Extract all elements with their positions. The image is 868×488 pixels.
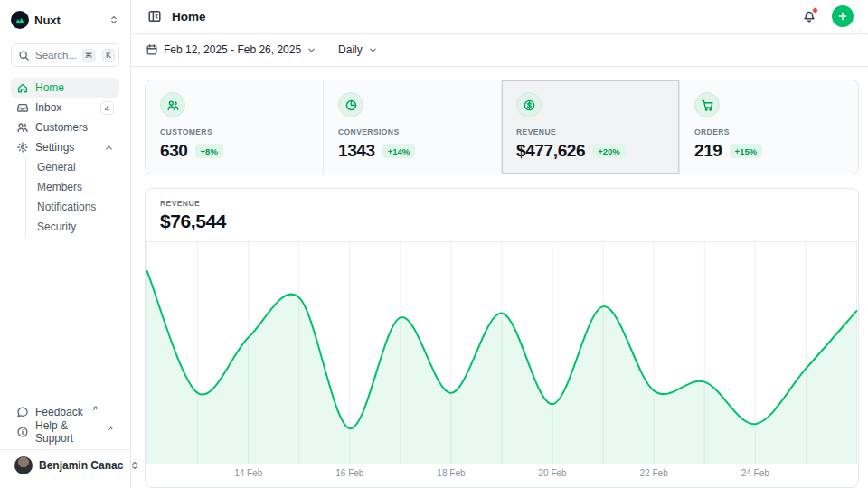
stat-label: ORDERS xyxy=(694,127,844,136)
stat-label: CONVERSIONS xyxy=(338,127,486,136)
stat-label: CUSTOMERS xyxy=(160,127,308,136)
cart-icon xyxy=(694,92,720,117)
sidebar-item-label: Settings xyxy=(35,141,98,154)
stat-value: 1343 xyxy=(338,141,375,161)
sub-item-label: Members xyxy=(37,181,82,193)
sidebar: Nuxt Search... ⌘ K Home xyxy=(0,0,131,488)
stat-delta-badge: +20% xyxy=(592,144,626,158)
stat-card-conversions[interactable]: CONVERSIONS 1343 +14% xyxy=(324,80,502,174)
sidebar-item-home[interactable]: Home xyxy=(11,78,119,98)
sidebar-nav: Home Inbox 4 Customers Settings xyxy=(11,78,119,237)
x-tick-label: 14 Feb xyxy=(234,468,262,478)
x-tick-label: 18 Feb xyxy=(437,468,465,478)
sidebar-item-members[interactable]: Members xyxy=(37,177,119,197)
sidebar-item-security[interactable]: Security xyxy=(37,217,119,237)
footer-item-label: Feedback xyxy=(35,406,83,418)
chart-body: 14 Feb16 Feb18 Feb20 Feb22 Feb24 Feb xyxy=(146,242,858,483)
sidebar-item-inbox[interactable]: Inbox 4 xyxy=(11,98,119,117)
stat-value: 630 xyxy=(160,141,188,161)
content: CUSTOMERS 630 +8% CONVERSIONS 1343 +14% xyxy=(131,67,868,488)
date-range-value: Feb 12, 2025 - Feb 26, 2025 xyxy=(164,43,301,56)
sub-item-label: Security xyxy=(37,221,76,233)
sub-item-label: Notifications xyxy=(37,201,96,213)
gear-icon xyxy=(16,141,29,154)
granularity-select[interactable]: Daily xyxy=(338,43,378,56)
revenue-chart-panel: REVENUE $76,544 14 Feb16 Feb18 Feb20 Feb… xyxy=(145,188,859,488)
sidebar-item-label: Customers xyxy=(35,121,114,134)
topbar: Home xyxy=(131,0,868,34)
calendar-icon xyxy=(146,43,158,56)
workspace-name: Nuxt xyxy=(34,14,103,27)
dollar-circle-icon xyxy=(516,92,542,117)
dashboard-app: Nuxt Search... ⌘ K Home xyxy=(0,0,868,488)
user-menu[interactable]: Benjamin Canac xyxy=(11,450,119,481)
stat-delta-badge: +14% xyxy=(382,144,416,158)
stat-value: 219 xyxy=(694,141,722,161)
stat-delta-badge: +15% xyxy=(730,144,763,158)
stats-row: CUSTOMERS 630 +8% CONVERSIONS 1343 +14% xyxy=(145,80,859,174)
external-link-icon xyxy=(107,425,114,432)
chart-headline-value: $76,544 xyxy=(160,211,844,232)
x-tick-label: 22 Feb xyxy=(640,468,668,478)
stat-value: $477,626 xyxy=(516,141,585,161)
chevron-down-icon xyxy=(368,45,378,55)
granularity-value: Daily xyxy=(338,43,363,56)
sidebar-footer: Feedback Help & Support Benjamin Canac xyxy=(11,402,119,481)
external-link-icon xyxy=(91,405,99,412)
users-icon xyxy=(16,121,29,134)
footer-item-label: Help & Support xyxy=(35,419,99,445)
stat-delta-badge: +8% xyxy=(195,144,223,158)
main-area: Home Feb 12, 2025 - Feb 26, 2025 Daily xyxy=(131,0,868,488)
chart-x-axis: 14 Feb16 Feb18 Feb20 Feb22 Feb24 Feb xyxy=(146,464,858,483)
inbox-icon xyxy=(16,101,29,114)
filters-toolbar: Feb 12, 2025 - Feb 26, 2025 Daily xyxy=(131,34,868,67)
page-title: Home xyxy=(172,10,792,23)
avatar xyxy=(14,456,33,474)
notifications-button[interactable] xyxy=(800,7,818,25)
chevrons-up-down-icon xyxy=(108,14,119,25)
x-tick-label: 24 Feb xyxy=(741,468,769,478)
chart-label: REVENUE xyxy=(160,199,844,208)
add-button[interactable] xyxy=(832,5,854,27)
nuxt-logo-icon xyxy=(11,11,29,29)
message-circle-icon xyxy=(16,406,29,418)
users-icon xyxy=(160,92,185,117)
pie-chart-icon xyxy=(338,92,363,117)
user-name: Benjamin Canac xyxy=(39,459,123,472)
search-icon xyxy=(18,50,30,61)
inbox-count-badge: 4 xyxy=(100,101,114,115)
stat-card-customers[interactable]: CUSTOMERS 630 +8% xyxy=(146,80,324,174)
search-placeholder: Search... xyxy=(35,50,77,61)
stat-label: REVENUE xyxy=(516,127,665,136)
sidebar-item-label: Home xyxy=(35,81,114,94)
stat-card-orders[interactable]: ORDERS 219 +15% xyxy=(680,80,858,174)
sidebar-item-settings[interactable]: Settings xyxy=(11,137,119,157)
x-tick-label: 20 Feb xyxy=(538,468,566,478)
chevron-up-icon xyxy=(104,143,114,153)
chart-header: REVENUE $76,544 xyxy=(146,189,858,241)
collapse-sidebar-button[interactable] xyxy=(146,7,164,25)
workspace-switcher[interactable]: Nuxt xyxy=(11,9,119,31)
date-range-picker[interactable]: Feb 12, 2025 - Feb 26, 2025 xyxy=(146,43,316,56)
settings-subnav: General Members Notifications Security xyxy=(25,157,119,237)
chevron-down-icon xyxy=(307,45,316,55)
kbd-meta: ⌘ xyxy=(82,49,95,62)
revenue-area-chart[interactable] xyxy=(146,242,858,464)
home-icon xyxy=(16,81,29,94)
sidebar-item-general[interactable]: General xyxy=(37,157,119,177)
notification-dot xyxy=(812,7,818,14)
kbd-k: K xyxy=(102,49,115,62)
x-tick-label: 16 Feb xyxy=(335,468,363,478)
stat-card-revenue[interactable]: REVENUE $477,626 +20% xyxy=(502,80,680,174)
sidebar-item-customers[interactable]: Customers xyxy=(11,117,119,137)
search-input[interactable]: Search... ⌘ K xyxy=(11,43,119,67)
sub-item-label: General xyxy=(37,161,76,174)
info-circle-icon xyxy=(16,426,29,438)
sidebar-item-label: Inbox xyxy=(35,101,94,114)
help-support-link[interactable]: Help & Support xyxy=(11,422,119,442)
sidebar-item-notifications[interactable]: Notifications xyxy=(37,197,119,217)
